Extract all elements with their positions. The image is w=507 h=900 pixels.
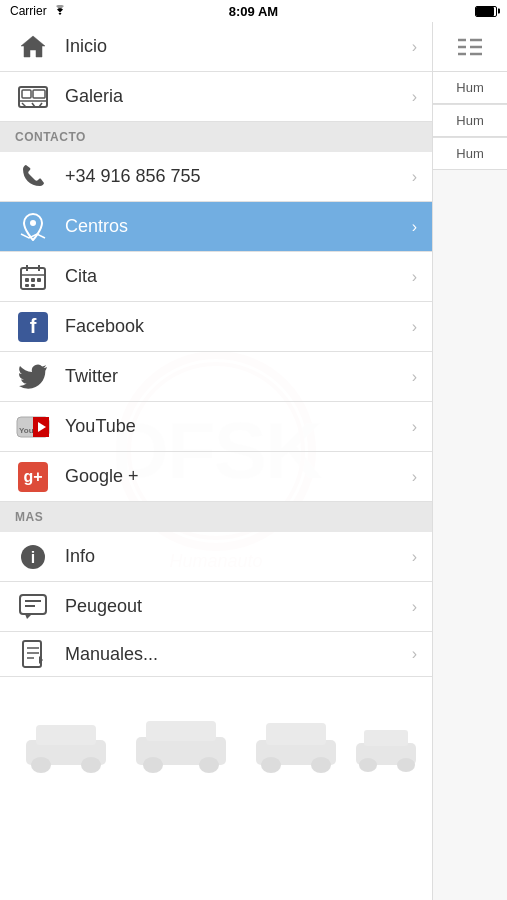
- svg-point-9: [261, 757, 281, 773]
- svg-point-23: [30, 220, 36, 226]
- wifi-icon: [52, 5, 68, 17]
- menu-item-youtube[interactable]: You YouTube ›: [0, 402, 432, 452]
- twitter-chevron: ›: [412, 368, 417, 386]
- galeria-label: Galeria: [65, 86, 412, 107]
- svg-rect-28: [25, 278, 29, 282]
- svg-text:You: You: [19, 426, 34, 435]
- cita-chevron: ›: [412, 268, 417, 286]
- svg-rect-32: [31, 284, 35, 287]
- menu-item-inicio[interactable]: Inicio ›: [0, 22, 432, 72]
- chat-icon: [15, 589, 51, 625]
- cars-background: [0, 700, 432, 780]
- menu-item-galeria[interactable]: Galeria ›: [0, 72, 432, 122]
- svg-rect-39: [20, 595, 46, 614]
- info-label: Info: [65, 546, 412, 567]
- menu-item-peugeout[interactable]: Peugeout ›: [0, 582, 432, 632]
- svg-point-10: [311, 757, 331, 773]
- carrier-label: Carrier: [10, 4, 47, 18]
- inicio-label: Inicio: [65, 36, 412, 57]
- svg-point-5: [143, 757, 163, 773]
- menu-list: Inicio › Galeria ›: [0, 22, 432, 677]
- sidebar-list-button[interactable]: [433, 22, 507, 72]
- home-icon: [15, 29, 51, 65]
- manuales-chevron: ›: [412, 645, 417, 663]
- menu-item-googleplus[interactable]: g+ Google + ›: [0, 452, 432, 502]
- menu-item-twitter[interactable]: Twitter ›: [0, 352, 432, 402]
- section-mas-label: MAS: [15, 510, 43, 524]
- phone-icon: [15, 159, 51, 195]
- svg-rect-29: [31, 278, 35, 282]
- svg-point-1: [31, 757, 51, 773]
- facebook-icon: f: [15, 309, 51, 345]
- svg-point-13: [359, 758, 377, 772]
- sidebar-text-2: Hum: [433, 105, 507, 137]
- gallery-icon: [15, 79, 51, 115]
- peugeout-chevron: ›: [412, 598, 417, 616]
- doc-icon: [15, 636, 51, 672]
- sidebar-text-3: Hum: [433, 138, 507, 170]
- facebook-label: Facebook: [65, 316, 412, 337]
- left-column: DFSK Humanauto: [0, 22, 432, 900]
- svg-point-14: [397, 758, 415, 772]
- section-contacto: CONTACTO: [0, 122, 432, 152]
- svg-rect-11: [266, 723, 326, 745]
- centros-label: Centros: [65, 216, 412, 237]
- section-mas: MAS: [0, 502, 432, 532]
- section-contacto-label: CONTACTO: [15, 130, 86, 144]
- status-left: Carrier: [10, 4, 68, 18]
- peugeout-label: Peugeout: [65, 596, 412, 617]
- menu-item-manuales[interactable]: Manuales... ›: [0, 632, 432, 677]
- svg-rect-42: [23, 641, 41, 667]
- map-icon: [15, 209, 51, 245]
- right-sidebar: Hum Hum Hum: [432, 22, 507, 900]
- info-icon: i: [15, 539, 51, 575]
- menu-item-centros[interactable]: Centros ›: [0, 202, 432, 252]
- main-container: DFSK Humanauto: [0, 22, 507, 900]
- facebook-icon-box: f: [18, 312, 48, 342]
- googleplus-chevron: ›: [412, 468, 417, 486]
- googleplus-label: Google +: [65, 466, 412, 487]
- svg-rect-17: [22, 90, 31, 98]
- status-bar: Carrier 8:09 AM: [0, 0, 507, 22]
- youtube-label: YouTube: [65, 416, 412, 437]
- svg-rect-19: [33, 90, 45, 98]
- youtube-icon: You: [15, 409, 51, 445]
- centros-chevron: ›: [412, 218, 417, 236]
- inicio-chevron: ›: [412, 38, 417, 56]
- manuales-label: Manuales...: [65, 644, 412, 665]
- menu-item-info[interactable]: i Info ›: [0, 532, 432, 582]
- youtube-chevron: ›: [412, 418, 417, 436]
- menu-item-cita[interactable]: Cita ›: [0, 252, 432, 302]
- phone-chevron: ›: [412, 168, 417, 186]
- svg-text:i: i: [31, 549, 35, 566]
- googleplus-icon: g+: [15, 459, 51, 495]
- twitter-label: Twitter: [65, 366, 412, 387]
- svg-rect-31: [25, 284, 29, 287]
- battery-icon: [475, 6, 497, 17]
- info-chevron: ›: [412, 548, 417, 566]
- facebook-chevron: ›: [412, 318, 417, 336]
- svg-rect-30: [37, 278, 41, 282]
- svg-rect-15: [364, 730, 408, 746]
- svg-rect-3: [36, 725, 96, 745]
- svg-point-6: [199, 757, 219, 773]
- twitter-icon: [15, 359, 51, 395]
- status-right: [475, 6, 497, 17]
- cita-label: Cita: [65, 266, 412, 287]
- sidebar-text-1: Hum: [433, 72, 507, 104]
- svg-rect-7: [146, 721, 216, 741]
- svg-point-2: [81, 757, 101, 773]
- googleplus-icon-box: g+: [18, 462, 48, 492]
- phone-label: +34 916 856 755: [65, 166, 412, 187]
- status-time: 8:09 AM: [229, 4, 278, 19]
- menu-item-phone[interactable]: +34 916 856 755 ›: [0, 152, 432, 202]
- menu-item-facebook[interactable]: f Facebook ›: [0, 302, 432, 352]
- galeria-chevron: ›: [412, 88, 417, 106]
- calendar-icon: [15, 259, 51, 295]
